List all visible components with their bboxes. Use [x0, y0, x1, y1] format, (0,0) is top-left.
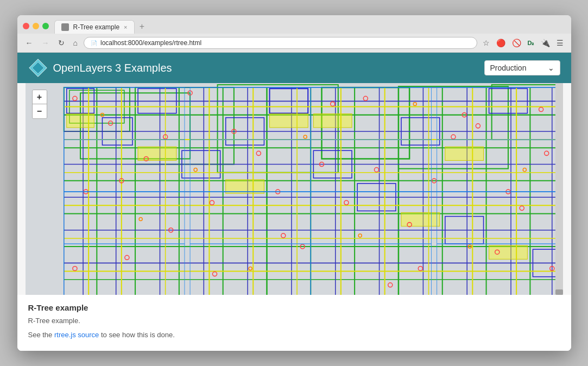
- tab-favicon: [61, 23, 69, 31]
- logo-icon: [28, 58, 48, 78]
- tab-close-button[interactable]: ×: [124, 24, 127, 30]
- link-prefix: See the: [28, 331, 54, 339]
- vertical-scrollbar[interactable]: [555, 83, 563, 295]
- svg-rect-61: [269, 114, 308, 128]
- minimize-button[interactable]: [33, 23, 39, 29]
- example-title: R-Tree example: [28, 303, 560, 312]
- url-text: localhost:8000/examples/rtree.html: [100, 39, 201, 47]
- svg-rect-65: [445, 147, 483, 160]
- refresh-button[interactable]: ↻: [55, 37, 67, 48]
- svg-rect-64: [313, 114, 352, 128]
- map-canvas[interactable]: [26, 83, 563, 295]
- window-controls: [23, 23, 49, 29]
- nav-bar: ← → ↻ ⌂ 📄 localhost:8000/examples/rtree.…: [17, 34, 571, 53]
- browser-window: R-Tree example × + ← → ↻ ⌂ 📄 localhost:8…: [17, 15, 571, 351]
- tab-title: R-Tree example: [73, 23, 120, 31]
- zoom-controls: + −: [32, 90, 47, 119]
- app-logo: OpenLayers 3 Examples: [28, 58, 172, 78]
- back-button[interactable]: ←: [23, 37, 36, 48]
- address-bar[interactable]: 📄 localhost:8000/examples/rtree.html: [84, 37, 477, 49]
- title-bar: R-Tree example × +: [17, 15, 571, 34]
- extensions-icon[interactable]: 🔴: [494, 37, 508, 48]
- rtree-source-link[interactable]: rtree.js source: [54, 331, 99, 339]
- example-link-text: See the rtree.js source to see how this …: [28, 330, 560, 340]
- main-content: + − R-Tree example R-Tree example. See t…: [17, 83, 571, 351]
- extensions2-icon[interactable]: 🔌: [539, 37, 552, 48]
- dropdown-arrow-icon: ⌄: [548, 64, 554, 72]
- close-button[interactable]: [23, 23, 29, 29]
- map-container[interactable]: + −: [26, 83, 563, 295]
- svg-rect-58: [66, 114, 94, 128]
- adblock-icon[interactable]: 🚫: [510, 37, 523, 48]
- menu-icon[interactable]: ☰: [554, 37, 566, 48]
- app-title-text: OpenLayers 3 Examples: [53, 62, 172, 74]
- home-button[interactable]: ⌂: [71, 37, 80, 48]
- tab-bar: R-Tree example × +: [54, 20, 150, 34]
- svg-rect-60: [225, 180, 264, 193]
- app-header: OpenLayers 3 Examples Production ⌄: [17, 53, 571, 83]
- description-area: R-Tree example R-Tree example. See the r…: [17, 295, 571, 351]
- active-tab[interactable]: R-Tree example ×: [54, 20, 135, 34]
- production-label: Production: [490, 64, 527, 72]
- nav-icons: ☆ 🔴 🚫 D₂ 🔌 ☰: [480, 37, 566, 48]
- forward-button[interactable]: →: [39, 37, 52, 48]
- maximize-button[interactable]: [42, 23, 49, 29]
- link-suffix: to see how this is done.: [99, 331, 174, 339]
- devtools-icon[interactable]: D₂: [526, 39, 536, 48]
- scrollbar-thumb[interactable]: [555, 289, 563, 295]
- production-dropdown[interactable]: Production ⌄: [484, 60, 560, 75]
- lock-icon: 📄: [91, 40, 97, 46]
- new-tab-button[interactable]: +: [135, 20, 150, 34]
- bookmark-icon[interactable]: ☆: [480, 37, 492, 48]
- zoom-out-button[interactable]: −: [33, 104, 47, 118]
- zoom-in-button[interactable]: +: [33, 90, 47, 104]
- example-description: R-Tree example.: [28, 315, 560, 326]
